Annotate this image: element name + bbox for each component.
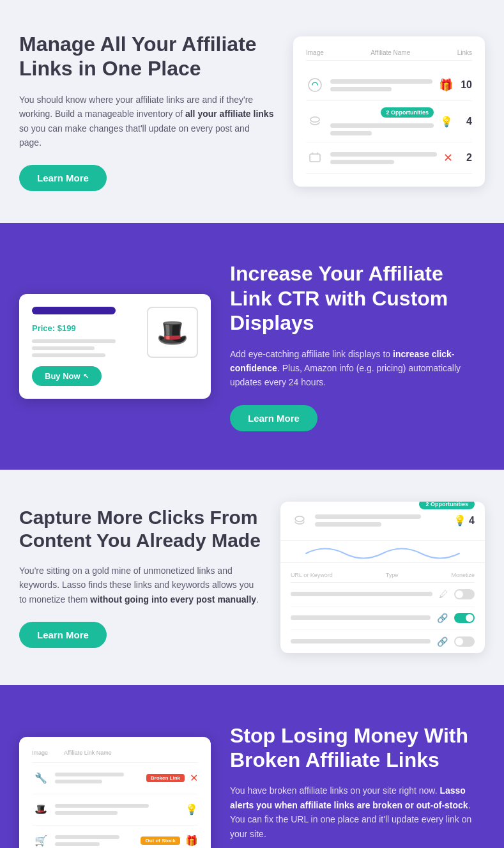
broken-row-2: 🎩 💡 [32, 794, 198, 826]
opps-row-line-2 [291, 615, 431, 620]
section-ctr-displays: Price: $199 Buy Now ↖ 🎩 Increase Your Af… [0, 223, 504, 469]
x-broken-icon: ✕ [190, 772, 198, 784]
mock-lines-3 [330, 152, 437, 164]
section1-title: Manage All Your Affiliate Links in One P… [19, 32, 274, 81]
toggle-off-2[interactable] [454, 636, 475, 647]
opps-table-header: URL or Keyword Type Monetize [291, 568, 475, 583]
opps-row-line-3 [291, 639, 431, 644]
product-card-inner: Price: $199 Buy Now ↖ 🎩 [32, 307, 198, 386]
desc-line-2 [32, 346, 95, 350]
mock-line-short [330, 87, 392, 91]
broken-row-1: 🔧 Broken Link ✕ [32, 763, 198, 794]
section4-title: Stop Losing Money With Broken Affiliate … [230, 723, 485, 773]
x-icon: ✕ [443, 151, 453, 165]
section3-text: Capture More Clicks From Content You Alr… [19, 506, 261, 648]
product-price: Price: $199 [32, 323, 137, 333]
section2-title: Increase Your Affiliate Link CTR with Cu… [230, 261, 485, 335]
mock-icon-1 [306, 76, 324, 94]
svg-point-1 [310, 117, 319, 122]
mock-line-2 [330, 123, 434, 128]
section1-mock-ui: Image Affiliate Name Links 🎁 10 2 Opport… [293, 36, 485, 187]
section4-mock-ui: Image Affiliate Link Name 🔧 Broken Link … [19, 737, 211, 848]
mock-num-2: 4 [459, 116, 472, 127]
link-icon-gray-1: 🖊 [439, 589, 448, 599]
broken-icon-2: 🎩 [32, 801, 50, 819]
product-info: Price: $199 Buy Now ↖ [32, 307, 137, 386]
toggle-off-1[interactable] [454, 589, 475, 599]
oos-badge: Out of Stock [141, 836, 180, 845]
section2-description: Add eye-catching affiliate link displays… [230, 347, 485, 390]
link-icon-2: 🔗 [437, 613, 448, 623]
section3-learn-more-button[interactable]: Learn More [19, 622, 107, 648]
mock-lines-2: 2 Opportunities [330, 107, 434, 135]
desc-line-1 [32, 339, 116, 343]
broken-lines-1 [55, 773, 141, 783]
mock-line-3b [330, 160, 394, 164]
section3-description: You're sitting on a gold mine of unmonet… [19, 564, 261, 606]
section2-text: Increase Your Affiliate Link CTR with Cu… [230, 261, 485, 431]
mock-line [330, 79, 432, 84]
section1-learn-more-button[interactable]: Learn More [19, 165, 107, 191]
broken-lines-3 [55, 835, 135, 846]
opps-num: 4 [469, 515, 475, 527]
opps-table: URL or Keyword Type Monetize 🖊 🔗 🔗 [280, 563, 485, 653]
toggle-on-1[interactable] [454, 613, 475, 623]
broken-lines-2 [55, 804, 180, 815]
mock-icon-2 [306, 112, 324, 130]
hat-product-image: 🎩 [147, 307, 198, 358]
opps-bulb-icon: 💡 [454, 514, 466, 527]
opps-row-line-1 [291, 592, 432, 596]
section2-mock-product: Price: $199 Buy Now ↖ 🎩 [19, 294, 211, 399]
opps-row-2: 🔗 [291, 606, 475, 630]
mock-row-1: 🎁 10 [306, 70, 472, 101]
mock-line-2b [330, 131, 372, 135]
opps-row-1: 🖊 [291, 583, 475, 606]
gift-broken-icon: 🎁 [185, 835, 198, 847]
opps-row-3: 🔗 [291, 630, 475, 653]
mock-num-1: 10 [459, 79, 472, 91]
svg-point-0 [309, 79, 321, 91]
section-broken-links: Image Affiliate Link Name 🔧 Broken Link … [0, 685, 504, 848]
section4-text: Stop Losing Money With Broken Affiliate … [230, 723, 485, 848]
broken-row-3: 🛒 Out of Stock 🎁 [32, 826, 198, 848]
mock-table-header: Image Affiliate Name Links [306, 49, 472, 61]
broken-badge: Broken Link [146, 774, 185, 782]
section3-title: Capture More Clicks From Content You Alr… [19, 506, 261, 552]
product-title-bar [32, 307, 116, 314]
opportunities-badge: 2 Opportunities [381, 107, 434, 118]
mock-line-3 [330, 152, 437, 157]
cursor-icon: ↖ [83, 372, 89, 380]
opps-badge: 2 Opportunities [419, 502, 475, 509]
bulb-icon: 💡 [440, 116, 453, 128]
section4-description: You have broken affiliate links on your … [230, 783, 485, 841]
broken-table-header: Image Affiliate Link Name [32, 750, 198, 763]
section1-description: You should know where your affiliate lin… [19, 93, 274, 150]
mock-lines-1 [330, 79, 432, 91]
section1-text: Manage All Your Affiliate Links in One P… [19, 32, 274, 191]
svg-rect-2 [310, 154, 320, 162]
section3-mock-ui: 2 Opportunities 💡 4 URL or Keyword Type … [280, 502, 485, 653]
product-desc-lines [32, 339, 137, 357]
gift-icon: 🎁 [439, 78, 453, 92]
desc-line-3 [32, 353, 105, 357]
mock-icon-3 [306, 149, 324, 167]
bulb-broken-icon: 💡 [185, 803, 198, 815]
broken-icon-1: 🔧 [32, 769, 50, 787]
broken-icon-3: 🛒 [32, 832, 50, 848]
buy-now-button[interactable]: Buy Now ↖ [32, 366, 102, 386]
mock-row-3: ✕ 2 [306, 143, 472, 174]
section-manage-links: Manage All Your Affiliate Links in One P… [0, 0, 504, 223]
link-icon-gray-3: 🔗 [437, 636, 448, 647]
section2-learn-more-button[interactable]: Learn More [230, 405, 317, 431]
opps-top-row: 2 Opportunities 💡 4 [280, 502, 485, 541]
mock-row-2: 2 Opportunities 💡 4 [306, 101, 472, 143]
svg-point-3 [295, 516, 304, 521]
mock-num-3: 2 [459, 152, 472, 164]
opps-hat-icon [291, 512, 309, 530]
section-capture-clicks: Capture More Clicks From Content You Alr… [0, 470, 504, 685]
